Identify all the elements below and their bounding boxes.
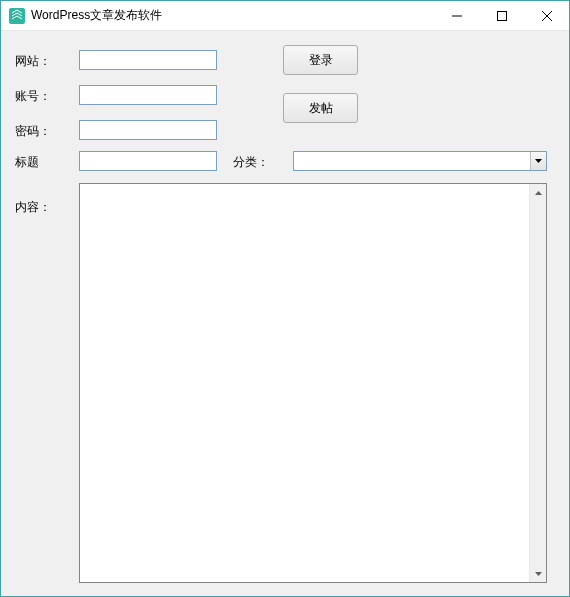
window-controls [434, 1, 569, 30]
login-button-label: 登录 [309, 52, 333, 69]
app-window: WordPress文章发布软件 网站： 账号： 密码： 登录 发帖 标题 [0, 0, 570, 597]
client-area: 网站： 账号： 密码： 登录 发帖 标题 分类： 内容： [1, 31, 569, 596]
app-icon [9, 8, 25, 24]
account-label: 账号： [15, 88, 51, 105]
chevron-down-icon [530, 152, 546, 170]
password-input[interactable] [79, 120, 217, 140]
login-button[interactable]: 登录 [283, 45, 358, 75]
post-button-label: 发帖 [309, 100, 333, 117]
category-selected [294, 152, 530, 170]
title-input[interactable] [79, 151, 217, 171]
website-input[interactable] [79, 50, 217, 70]
svg-rect-1 [497, 11, 506, 20]
content-label: 内容： [15, 199, 51, 216]
website-label: 网站： [15, 53, 51, 70]
titlebar: WordPress文章发布软件 [1, 1, 569, 31]
scroll-down-icon [530, 565, 546, 582]
content-scrollbar[interactable] [529, 184, 546, 582]
minimize-button[interactable] [434, 1, 479, 30]
title-label: 标题 [15, 154, 39, 171]
password-label: 密码： [15, 123, 51, 140]
content-area [79, 183, 547, 583]
content-textarea[interactable] [80, 184, 529, 582]
post-button[interactable]: 发帖 [283, 93, 358, 123]
category-label: 分类： [233, 154, 269, 171]
account-input[interactable] [79, 85, 217, 105]
close-button[interactable] [524, 1, 569, 30]
maximize-button[interactable] [479, 1, 524, 30]
window-title: WordPress文章发布软件 [31, 7, 434, 24]
scroll-up-icon [530, 184, 546, 201]
category-combobox[interactable] [293, 151, 547, 171]
